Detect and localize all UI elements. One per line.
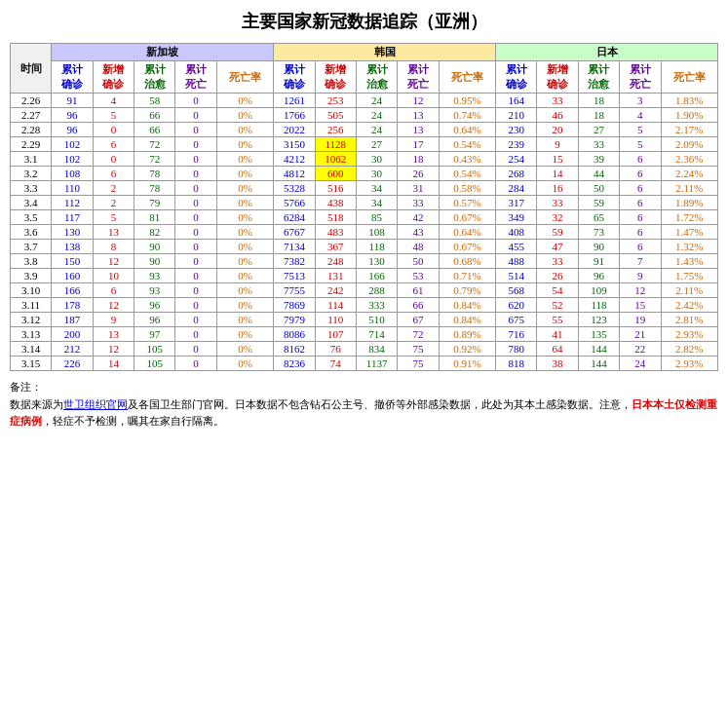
table-row: 3.13200139700%8086107714720.89%716411352…	[11, 327, 718, 342]
jp-death-rate-header: 死亡率	[661, 61, 717, 94]
table-row: 3.210867800%481260030260.54%268144462.24…	[11, 167, 718, 181]
page-title: 主要国家新冠数据追踪（亚洲）	[10, 10, 718, 33]
table-row: 2.2910267200%3150112827170.54%23993352.0…	[11, 137, 718, 152]
sg-cum-confirm-header: 累计确诊	[52, 61, 93, 94]
table-row: 2.279656600%176650524130.74%210461841.90…	[11, 108, 718, 123]
notes-text1: 数据来源为	[10, 398, 63, 410]
notes-label: 备注：	[10, 381, 42, 393]
table-row: 3.311027800%532851634310.58%284165062.11…	[11, 181, 718, 196]
kr-death-rate-header: 死亡率	[439, 61, 495, 94]
table-row: 2.269145800%126125324120.95%164331831.83…	[11, 94, 718, 108]
jp-cum-cure-header: 累计治愈	[578, 61, 619, 94]
sg-cum-cure-header: 累计治愈	[134, 61, 175, 94]
notes-section: 备注： 数据来源为世卫组织官网及各国卫生部门官网。日本数据不包含钻石公主号、撤侨…	[10, 379, 718, 431]
jp-cum-confirm-header: 累计确诊	[496, 61, 537, 94]
sg-cum-death-header: 累计死亡	[175, 61, 216, 94]
time-header: 时间	[11, 44, 52, 94]
table-row: 3.110207200%4212106230180.43%254153962.3…	[11, 152, 718, 167]
table-row: 3.152261410500%8236741137750.91%81838144…	[11, 356, 718, 371]
table-row: 3.8150129000%7382248130500.68%488339171.…	[11, 254, 718, 269]
sg-new-confirm-header: 新增确诊	[93, 61, 134, 94]
singapore-header: 新加坡	[52, 44, 274, 61]
jp-new-confirm-header: 新增确诊	[537, 61, 578, 94]
kr-cum-cure-header: 累计治愈	[356, 61, 397, 94]
kr-cum-confirm-header: 累计确诊	[274, 61, 315, 94]
table-row: 3.6130138200%6767483108430.64%408597361.…	[11, 225, 718, 240]
table-row: 3.9160109300%7513131166530.71%514269691.…	[11, 269, 718, 283]
table-row: 3.411227900%576643834330.57%317335961.89…	[11, 196, 718, 210]
kr-cum-death-header: 累计死亡	[398, 61, 439, 94]
kr-new-confirm-header: 新增确诊	[315, 61, 356, 94]
table-row: 3.1218799600%7979110510670.84%6755512319…	[11, 313, 718, 327]
table-row: 3.1016669300%7755242288610.79%5685410912…	[11, 283, 718, 298]
table-row: 3.713889000%7134367118480.67%455479061.3…	[11, 240, 718, 254]
table-row: 2.289606600%202225624130.64%230202752.17…	[11, 123, 718, 137]
table-row: 3.11178129600%7869114333660.84%620521181…	[11, 298, 718, 313]
sg-death-rate-header: 死亡率	[216, 61, 273, 94]
korea-header: 韩国	[274, 44, 496, 61]
notes-text2: 及各国卫生部门官网。日本数据不包含钻石公主号、撤侨等外部感染数据，此处为其本土感…	[128, 398, 632, 410]
notes-text3: ，轻症不予检测，嘱其在家自行隔离。	[42, 415, 224, 427]
notes-link1[interactable]: 世卫组织官网	[63, 398, 128, 410]
table-row: 3.511758100%628451885420.67%349326561.72…	[11, 210, 718, 225]
jp-cum-death-header: 累计死亡	[620, 61, 661, 94]
table-row: 3.142121210500%816276834750.92%780641442…	[11, 342, 718, 356]
japan-header: 日本	[496, 44, 718, 61]
data-table: 时间 新加坡 韩国 日本 累计确诊 新增确诊 累计治愈 累计死亡 死亡率 累计确…	[10, 43, 718, 371]
